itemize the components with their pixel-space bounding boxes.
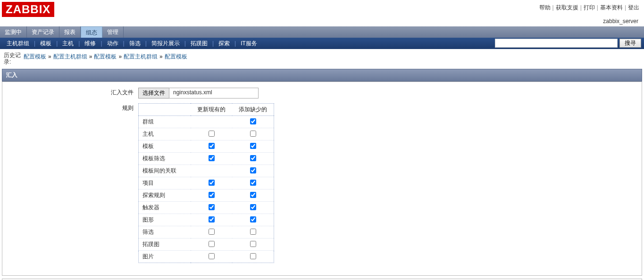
rule-name: 项目 [139,177,191,189]
search-input[interactable] [495,39,618,48]
update-checkbox[interactable] [209,241,215,247]
table-row: 图形 [139,214,274,226]
main-tab[interactable]: 组态 [81,26,102,38]
rule-name: 模板间的关联 [139,165,191,177]
top-link[interactable]: 打印 [584,4,595,11]
sub-tab[interactable]: 模板 [36,38,55,49]
add-checkbox[interactable] [250,253,256,259]
breadcrumb-link[interactable]: 配置模板 [165,53,187,60]
table-row: 项目 [139,177,274,189]
table-row: 探索规则 [139,189,274,202]
rule-name: 图形 [139,214,191,226]
search-wrap: 搜寻 [495,39,641,48]
update-checkbox[interactable] [209,155,215,161]
sub-tab[interactable]: IT服务 [237,38,261,49]
add-checkbox[interactable] [250,131,256,137]
sub-tab[interactable]: 主机 [59,38,77,49]
import-form: 汇入文件 选择文件 nginxstatus.xml 规则 更新现有的 添加缺少的… [111,88,274,268]
rule-name: 群组 [139,116,191,128]
history-label: 历史记录: [4,52,24,65]
section-title-bar: 汇入 [2,69,642,82]
add-checkbox[interactable] [250,180,256,186]
rule-name: 模板筛选 [139,153,191,165]
add-checkbox[interactable] [250,143,256,149]
top-link[interactable]: 登出 [628,4,639,11]
table-row: 模板 [139,140,274,153]
sub-tab[interactable]: 探索 [215,38,234,49]
rule-name: 筛选 [139,226,191,239]
sub-tabs: 主机群组|模板|主机|维修|动作|筛选|简报片展示|拓蹼图|探索|IT服务 搜寻 [0,38,644,49]
history-row: 历史记录: 配置模板»配置主机群组»配置模板»配置主机群组»配置模板 [0,49,644,67]
update-checkbox[interactable] [209,131,215,137]
rule-name: 触发器 [139,202,191,214]
update-checkbox[interactable] [209,216,215,222]
add-checkbox[interactable] [250,229,256,235]
update-checkbox[interactable] [209,180,215,186]
table-row: 群组 [139,116,274,128]
update-checkbox[interactable] [209,253,215,259]
sub-tab[interactable]: 简报片展示 [148,38,184,49]
table-row: 模板筛选 [139,153,274,165]
table-row: 模板间的关联 [139,165,274,177]
sub-tab[interactable]: 主机群组 [3,38,33,49]
top-link[interactable]: 基本资料 [600,4,623,11]
server-name: zabbix_server [0,17,644,26]
main-tab[interactable]: 资产记录 [27,26,59,38]
update-checkbox[interactable] [209,204,215,210]
main-tab[interactable]: 监测中 [0,26,27,38]
main-tab[interactable]: 管理 [102,26,124,38]
search-button[interactable]: 搜寻 [619,39,641,48]
table-row: 触发器 [139,202,274,214]
file-row: 汇入文件 选择文件 nginxstatus.xml [111,88,274,99]
add-checkbox[interactable] [250,192,256,198]
choose-file-button[interactable]: 选择文件 [138,88,169,99]
file-label: 汇入文件 [111,88,138,97]
rules-label: 规则 [111,103,138,112]
add-checkbox[interactable] [250,155,256,161]
rule-name: 图片 [139,251,191,263]
rule-name: 探索规则 [139,189,191,202]
update-checkbox[interactable] [209,229,215,235]
logo: ZABBIX [2,2,54,17]
update-checkbox[interactable] [209,192,215,198]
top-link[interactable]: 获取支援 [556,4,578,11]
rules-table: 更新现有的 添加缺少的 群组主机模板模板筛选模板间的关联项目探索规则触发器图形筛… [138,103,274,263]
main-tabs: 监测中资产记录报表组态管理 [0,26,644,38]
file-name: nginxstatus.xml [169,88,259,99]
main-tab[interactable]: 报表 [59,26,81,38]
top-links: 帮助|获取支援|打印|基本资料|登出 [539,2,640,12]
table-row: 筛选 [139,226,274,239]
breadcrumb: 配置模板»配置主机群组»配置模板»配置主机群组»配置模板 [24,52,187,61]
add-checkbox[interactable] [250,241,256,247]
rule-name: 主机 [139,128,191,140]
sub-tab[interactable]: 拓蹼图 [187,38,211,49]
table-row: 主机 [139,128,274,140]
breadcrumb-link[interactable]: 配置模板 [24,53,46,60]
add-checkbox[interactable] [250,118,256,124]
breadcrumb-link[interactable]: 配置主机群组 [53,53,87,60]
file-picker[interactable]: 选择文件 nginxstatus.xml [138,88,259,99]
rule-name: 模板 [139,140,191,153]
content-frame: 汇入文件 选择文件 nginxstatus.xml 规则 更新现有的 添加缺少的… [2,82,642,276]
rule-name: 拓蹼图 [139,239,191,251]
col-add-header: 添加缺少的 [232,104,274,116]
col-update-header: 更新现有的 [191,104,232,116]
top-link[interactable]: 帮助 [539,4,551,11]
sub-tab[interactable]: 维修 [81,38,100,49]
table-row: 图片 [139,251,274,263]
sub-tab[interactable]: 筛选 [125,38,144,49]
rules-row: 规则 更新现有的 添加缺少的 群组主机模板模板筛选模板间的关联项目探索规则触发器… [111,103,274,263]
add-checkbox[interactable] [250,167,256,173]
breadcrumb-link[interactable]: 配置模板 [94,53,117,60]
update-checkbox[interactable] [209,143,215,149]
table-row: 拓蹼图 [139,239,274,251]
sub-tab[interactable]: 动作 [103,38,122,49]
add-checkbox[interactable] [250,216,256,222]
top-bar: ZABBIX 帮助|获取支援|打印|基本资料|登出 [0,0,644,17]
add-checkbox[interactable] [250,204,256,210]
breadcrumb-link[interactable]: 配置主机群组 [124,53,158,60]
